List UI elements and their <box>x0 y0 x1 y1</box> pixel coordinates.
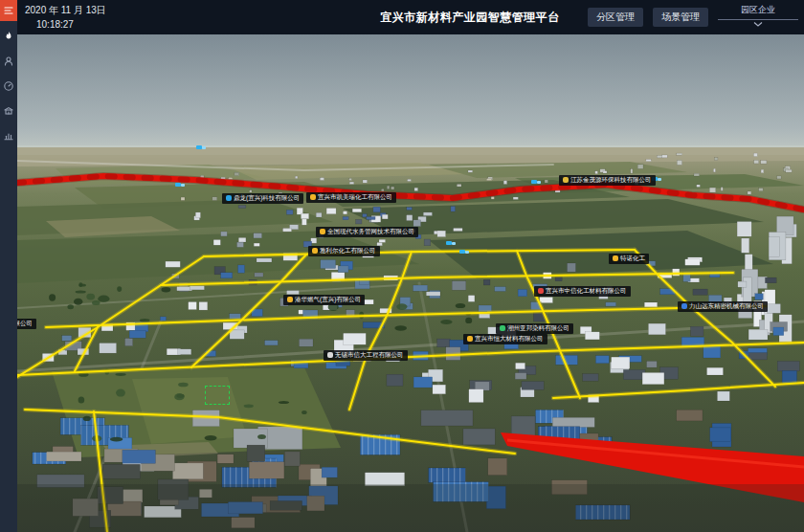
chevron-down-icon <box>753 22 763 27</box>
company-label[interactable]: 鼎龙(宜兴)科技有限公司 <box>222 193 303 204</box>
enterprise-dropdown[interactable]: 园区企业 <box>718 4 798 27</box>
current-date: 2020 年 11 月 13日 <box>25 4 106 17</box>
company-marker-icon <box>538 288 544 294</box>
menu-icon <box>3 5 14 16</box>
map-view[interactable]: 鼎龙(宜兴)科技有限公司 宜兴市凯美瑞化工有限公司 全国现代水务管网技术有限公司… <box>17 34 804 532</box>
company-label-text: 特诺化工 <box>620 255 645 262</box>
company-label[interactable]: 宜兴市凯美瑞化工有限公司 <box>306 192 396 203</box>
company-label[interactable]: 全国现代水务管网技术有限公司 <box>316 227 418 237</box>
company-label[interactable]: 雅利尔化工有限公司 <box>308 246 380 256</box>
company-marker-icon <box>500 325 505 331</box>
company-label[interactable]: 宜兴市恒大材料有限公司 <box>463 334 547 344</box>
company-label-text: 宜兴市中信化工材料有限公司 <box>546 288 627 295</box>
company-marker-icon <box>287 297 293 302</box>
company-label[interactable]: 潮州亚邦染料有限公司 <box>496 323 573 334</box>
truck-icon[interactable] <box>175 181 185 188</box>
sidebar-item-statistics[interactable] <box>0 126 17 145</box>
truck-icon[interactable] <box>459 248 469 255</box>
terrain-canvas <box>17 34 804 532</box>
company-marker-icon <box>226 195 232 201</box>
truck-icon[interactable] <box>531 178 541 185</box>
factory-icon <box>3 105 14 117</box>
company-label[interactable]: 港华燃气(宜兴)有限公司 <box>283 295 365 305</box>
user-icon <box>3 55 14 67</box>
flame-icon <box>3 31 14 42</box>
company-label[interactable]: 特诺化工 <box>609 254 649 264</box>
company-marker-icon <box>563 177 569 183</box>
app-window: 2020 年 11 月 13日 10:18:27 宜兴市新材料产业园智慧管理平台… <box>0 0 804 532</box>
selection-box[interactable] <box>205 386 230 405</box>
sidebar-item-monitor[interactable] <box>0 77 17 96</box>
company-marker-icon <box>310 194 316 200</box>
company-label-text: 潮州亚邦染料有限公司 <box>507 325 570 332</box>
sidebar-item-enterprise[interactable] <box>0 101 17 121</box>
company-marker-icon <box>312 248 318 254</box>
truck-icon[interactable] <box>446 239 456 246</box>
gauge-icon <box>3 80 14 92</box>
current-time: 10:18:27 <box>36 19 74 30</box>
company-label[interactable]: 江苏金茂源环保科技有限公司 <box>559 175 656 186</box>
company-label-text: 宜兴化工有限公司 <box>17 321 33 327</box>
header-bar: 2020 年 11 月 13日 10:18:27 宜兴市新材料产业园智慧管理平台… <box>17 0 804 34</box>
company-label-text: 雅利尔化工有限公司 <box>320 248 376 255</box>
bar-chart-icon <box>3 130 14 142</box>
company-label-text: 宜兴市恒大材料有限公司 <box>475 336 544 343</box>
company-label-text: 宜兴市凯美瑞化工有限公司 <box>318 194 392 201</box>
sky <box>17 34 804 159</box>
enterprise-dropdown-label: 园区企业 <box>718 4 798 20</box>
company-label[interactable]: 宜兴化工有限公司 <box>17 319 36 329</box>
zone-management-button[interactable]: 分区管理 <box>588 8 643 27</box>
company-label[interactable]: 力山远东精密机械有限公司 <box>678 301 768 312</box>
company-label-text: 力山远东精密机械有限公司 <box>689 303 764 310</box>
company-marker-icon <box>467 336 473 342</box>
sidebar-item-user[interactable] <box>0 52 17 71</box>
company-marker-icon <box>327 352 333 358</box>
company-marker-icon <box>320 229 325 234</box>
sidebar-item-fire[interactable] <box>0 27 17 46</box>
sidebar <box>0 0 17 532</box>
header-actions: 分区管理 场景管理 园区企业 <box>588 0 798 34</box>
scene-management-button[interactable]: 场景管理 <box>653 8 708 27</box>
truck-icon[interactable] <box>196 144 206 150</box>
company-label-text: 港华燃气(宜兴)有限公司 <box>295 297 361 303</box>
company-label[interactable]: 宜兴市中信化工材料有限公司 <box>534 286 631 297</box>
sidebar-item-menu[interactable] <box>0 0 17 21</box>
company-marker-icon <box>613 255 618 261</box>
company-marker-icon <box>681 303 687 309</box>
company-label-text: 全国现代水务管网技术有限公司 <box>327 229 414 235</box>
company-label-text: 江苏金茂源环保科技有限公司 <box>570 177 652 184</box>
company-label[interactable]: 无锡市信大工程有限公司 <box>324 350 408 361</box>
company-label-text: 鼎龙(宜兴)科技有限公司 <box>234 195 300 202</box>
company-label-text: 无锡市信大工程有限公司 <box>335 352 404 359</box>
page-title: 宜兴市新材料产业园智慧管理平台 <box>380 10 560 26</box>
